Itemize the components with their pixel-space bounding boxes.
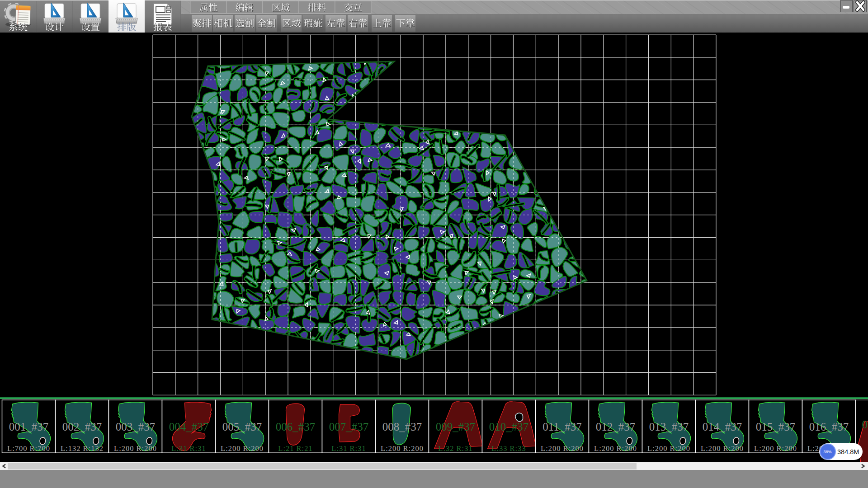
svg-text:L:200 R:200: L:200 R:200	[381, 444, 424, 453]
svg-text:L:132 R:132: L:132 R:132	[61, 444, 104, 453]
svg-text:L:200 R:200: L:200 R:200	[221, 444, 264, 453]
svg-text:009_#37: 009_#37	[436, 421, 476, 433]
svg-text:L:200 R:200: L:200 R:200	[754, 444, 797, 453]
svg-text:L:32 R:31: L:32 R:31	[438, 444, 472, 453]
svg-text:015_#37: 015_#37	[756, 421, 796, 433]
svg-text:38%: 38%	[823, 450, 831, 454]
svg-text:001_#37: 001_#37	[9, 421, 49, 433]
svg-text:005_#37: 005_#37	[222, 421, 262, 433]
svg-text:L:33 R:33: L:33 R:33	[491, 444, 526, 453]
svg-text:014_#37: 014_#37	[703, 421, 742, 433]
svg-text:L:31 R:31: L:31 R:31	[331, 444, 366, 453]
svg-text:384.8M: 384.8M	[837, 448, 859, 455]
svg-text:013_#37: 013_#37	[649, 421, 689, 433]
svg-text:003_#37: 003_#37	[116, 421, 156, 433]
svg-text:L:700 R:700: L:700 R:700	[7, 444, 50, 453]
svg-text:007_#37: 007_#37	[329, 421, 369, 433]
svg-text:L:200 R:200: L:200 R:200	[647, 444, 690, 453]
svg-text:011_#37: 011_#37	[542, 421, 582, 433]
svg-text:010_#37: 010_#37	[489, 421, 529, 433]
svg-text:L:200 R:200: L:200 R:200	[701, 444, 744, 453]
svg-text:L:21 R:21: L:21 R:21	[278, 444, 312, 453]
svg-text:L:200 R:200: L:200 R:200	[541, 444, 584, 453]
svg-text:004_#37: 004_#37	[169, 421, 209, 433]
svg-text:002_#37: 002_#37	[62, 421, 102, 433]
svg-text:L:200 R:200: L:200 R:200	[594, 444, 637, 453]
svg-text:006_#37: 006_#37	[276, 421, 316, 433]
svg-text:L:31 R:31: L:31 R:31	[171, 444, 206, 453]
svg-text:L:200 R:200: L:200 R:200	[114, 444, 157, 453]
svg-text:0: 0	[862, 418, 868, 431]
svg-text:008_#37: 008_#37	[382, 421, 422, 433]
svg-text:012_#37: 012_#37	[596, 421, 636, 433]
svg-text:016_#37: 016_#37	[809, 421, 849, 433]
